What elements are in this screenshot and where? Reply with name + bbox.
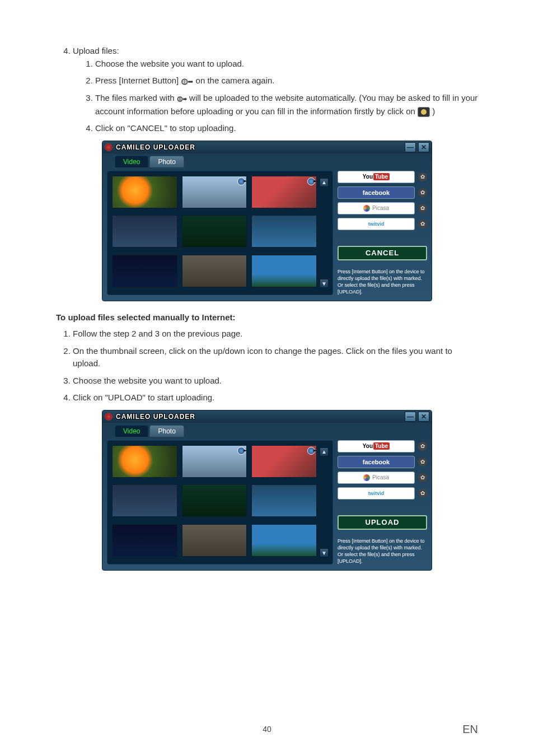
- site-facebook[interactable]: facebook: [338, 456, 415, 468]
- picasa-settings-icon[interactable]: ✿: [418, 473, 427, 482]
- thumb-6[interactable]: [251, 215, 317, 248]
- thumb-6[interactable]: [251, 484, 317, 517]
- sidebar: YouTube✿ facebook✿ Picasa✿ twitvid✿ CANC…: [338, 171, 427, 296]
- main-step-list: Upload files: Choose the website you wan…: [56, 45, 478, 135]
- sub-2: Press [Internet Button] on the camera ag…: [95, 74, 478, 87]
- sidebar: YouTube✿ facebook✿ Picasa✿ twitvid✿ UPLO…: [338, 440, 427, 565]
- cancel-button[interactable]: CANCEL: [338, 246, 427, 260]
- tab-photo[interactable]: Photo: [149, 425, 184, 437]
- page-number: 40: [263, 725, 271, 734]
- internet-button-icon: [181, 75, 193, 88]
- hint-text: Press [Internet Button] on the device to…: [338, 538, 427, 565]
- window-title: CAMILEO UPLOADER: [116, 413, 402, 421]
- window-title: CAMILEO UPLOADER: [116, 143, 402, 151]
- facebook-settings-icon[interactable]: ✿: [418, 458, 427, 466]
- hint-text: Press [Internet Button] on the device to…: [338, 268, 427, 296]
- minimize-button[interactable]: —: [405, 142, 416, 152]
- upload-marker-icon: [307, 178, 315, 185]
- facebook-settings-icon[interactable]: ✿: [418, 188, 427, 197]
- site-picasa[interactable]: Picasa: [338, 472, 415, 484]
- site-youtube[interactable]: YouTube: [338, 440, 415, 452]
- youtube-settings-icon[interactable]: ✿: [418, 172, 427, 181]
- titlebar: CAMILEO UPLOADER — ✕: [102, 141, 432, 153]
- page-up-button[interactable]: ▲: [320, 447, 329, 456]
- thumb-8[interactable]: [182, 255, 247, 287]
- thumb-5[interactable]: [182, 215, 247, 248]
- tabs: Video Photo: [115, 156, 432, 167]
- sub-1: Choose the website you want to upload.: [95, 58, 478, 71]
- settings-gear-icon: [418, 107, 430, 117]
- page-down-button[interactable]: ▼: [320, 548, 329, 557]
- page-down-button[interactable]: ▼: [320, 279, 329, 288]
- upload-marker-icon: [307, 447, 315, 455]
- tab-video[interactable]: Video: [115, 156, 148, 167]
- thumbnail-area: ▲ ▼: [107, 440, 333, 565]
- thumbnail-area: ▲ ▼: [107, 171, 333, 296]
- footer: 40: [0, 725, 534, 734]
- sub-4: Click on "CANCEL" to stop uploading.: [95, 122, 478, 135]
- thumb-9[interactable]: [251, 255, 317, 287]
- upload-marker-icon: [237, 178, 245, 185]
- manual-steps: Follow the step 2 and 3 on the previous …: [56, 328, 478, 404]
- thumb-2[interactable]: [182, 445, 247, 478]
- close-button[interactable]: ✕: [418, 142, 429, 152]
- upload-marker-icon: [237, 447, 245, 455]
- site-youtube[interactable]: YouTube: [338, 171, 415, 183]
- twitvid-settings-icon[interactable]: ✿: [418, 489, 427, 498]
- close-button[interactable]: ✕: [418, 412, 429, 422]
- twitvid-settings-icon[interactable]: ✿: [418, 220, 427, 228]
- youtube-settings-icon[interactable]: ✿: [418, 442, 427, 451]
- step-4-sublist: Choose the website you want to upload. P…: [73, 58, 478, 135]
- picasa-settings-icon[interactable]: ✿: [418, 204, 427, 213]
- thumb-8[interactable]: [182, 524, 247, 557]
- uploader-window-cancel: CAMILEO UPLOADER — ✕ Video Photo: [102, 141, 432, 302]
- thumb-9[interactable]: [251, 524, 317, 557]
- thumb-3[interactable]: [251, 176, 317, 208]
- upload-button[interactable]: UPLOAD: [338, 515, 427, 530]
- page-up-button[interactable]: ▲: [320, 178, 329, 187]
- thumb-1[interactable]: [112, 445, 177, 478]
- manual-1: Follow the step 2 and 3 on the previous …: [73, 328, 478, 340]
- step-4-title: Upload files:: [73, 46, 119, 55]
- thumb-7[interactable]: [112, 524, 177, 557]
- minimize-button[interactable]: —: [405, 412, 416, 422]
- tab-photo[interactable]: Photo: [149, 156, 184, 167]
- app-icon: [105, 413, 113, 421]
- titlebar: CAMILEO UPLOADER — ✕: [102, 410, 432, 423]
- site-facebook[interactable]: facebook: [338, 186, 415, 199]
- sub-3: The files marked with will be uploaded t…: [95, 92, 478, 118]
- site-picasa[interactable]: Picasa: [338, 202, 415, 214]
- thumb-2[interactable]: [182, 176, 247, 208]
- globe-arrow-icon: [177, 92, 187, 105]
- language-label: EN: [462, 723, 478, 736]
- tabs: Video Photo: [115, 425, 432, 437]
- step-4: Upload files: Choose the website you wan…: [73, 45, 478, 135]
- manual-4: Click on "UPLOAD" to start uploading.: [73, 391, 478, 404]
- tab-video[interactable]: Video: [115, 425, 148, 437]
- thumb-7[interactable]: [112, 255, 177, 287]
- manual-3: Choose the website you want to upload.: [73, 375, 478, 388]
- site-twitvid[interactable]: twitvid: [338, 487, 415, 500]
- manual-heading: To upload files selected manually to Int…: [56, 312, 478, 322]
- thumb-1[interactable]: [112, 176, 177, 208]
- thumb-5[interactable]: [182, 484, 247, 517]
- thumb-3[interactable]: [251, 445, 317, 478]
- site-twitvid[interactable]: twitvid: [338, 218, 415, 230]
- thumb-4[interactable]: [112, 484, 177, 517]
- uploader-window-upload: CAMILEO UPLOADER — ✕ Video Photo: [102, 410, 432, 571]
- thumb-4[interactable]: [112, 215, 177, 248]
- app-icon: [105, 143, 113, 151]
- manual-2: On the thumbnail screen, click on the up…: [73, 345, 478, 370]
